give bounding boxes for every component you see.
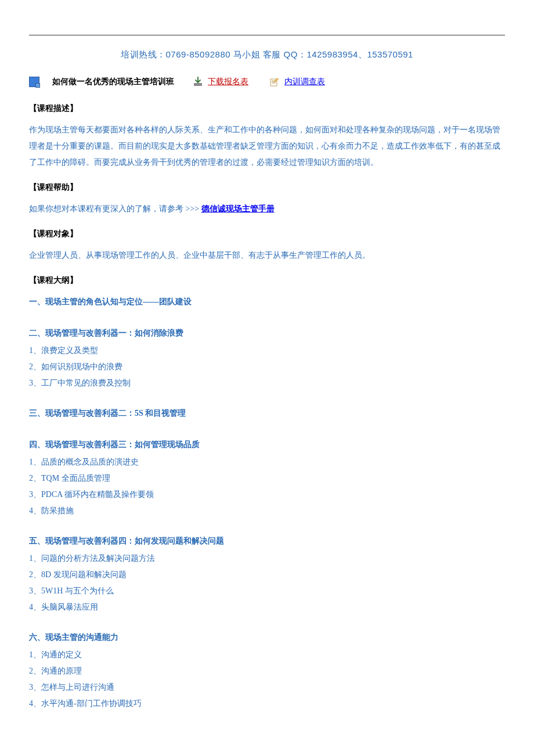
download-icon — [193, 77, 203, 87]
outline-s1-title: 一、现场主管的角色认知与定位——团队建设 — [29, 294, 505, 310]
section-head-description: 【课程描述】 — [29, 103, 505, 114]
internal-survey-link[interactable]: 内训调查表 — [284, 77, 325, 87]
outline-s6-item: 3、怎样与上司进行沟通 — [29, 679, 505, 696]
spacer-block — [29, 615, 505, 624]
download-registration-link[interactable]: 下载报名表 — [208, 77, 248, 87]
section-head-target: 【课程对象】 — [29, 229, 505, 239]
outline-s5-title: 五、现场管理与改善利器四：如何发现问题和解决问题 — [29, 533, 505, 549]
training-hotline: 培训热线：0769-85092880 马小姐 客服 QQ：1425983954、… — [29, 49, 505, 60]
outline-s4-item: 2、TQM 全面品质管理 — [29, 470, 505, 487]
outline-s6-item: 4、水平沟通-部门工作协调技巧 — [29, 696, 505, 712]
outline-s5-item: 3、5W1H 与五个为什么 — [29, 583, 505, 599]
outline-s4-title: 四、现场管理与改善利器三：如何管理现场品质 — [29, 437, 505, 453]
outline-s5-item: 1、问题的分析方法及解决问题方法 — [29, 550, 505, 567]
outline-s2-item: 2、如何识别现场中的浪费 — [29, 359, 505, 375]
outline-s4-item: 1、品质的概念及品质的演进史 — [29, 454, 505, 470]
course-title: 如何做一名优秀的现场主管培训班 — [52, 77, 174, 87]
outline-s6-title: 六、现场主管的沟通能力 — [29, 629, 505, 646]
outline-s2-item: 3、工厂中常见的浪费及控制 — [29, 375, 505, 391]
target-body: 企业管理人员、从事现场管理工作的人员、企业中基层干部、有志于从事生产管理工作的人… — [29, 247, 505, 264]
spacer-block — [29, 423, 505, 431]
help-prefix: 如果你想对本课程有更深入的了解，请参考 >>> — [29, 204, 201, 213]
outline-s4-item: 3、PDCA 循环内在精髓及操作要领 — [29, 487, 505, 503]
outline-s5-item: 2、8D 发现问题和解决问题 — [29, 567, 505, 583]
manual-link[interactable]: 德信诚现场主管手册 — [201, 204, 275, 213]
top-rule — [29, 35, 505, 35]
outline-s5-item: 4、头脑风暴法应用 — [29, 599, 505, 615]
section-head-outline: 【课程大纲】 — [29, 275, 505, 286]
page-layers-icon — [29, 77, 39, 87]
help-body: 如果你想对本课程有更深入的了解，请参考 >>> 德信诚现场主管手册 — [29, 201, 505, 217]
svg-rect-0 — [194, 83, 202, 86]
document-page: 培训热线：0769-85092880 马小姐 客服 QQ：1425983954、… — [0, 0, 534, 735]
title-row: 如何做一名优秀的现场主管培训班 下载报名表 内训调查表 — [29, 77, 505, 87]
outline-s6-item: 2、沟通的原理 — [29, 663, 505, 679]
outline-s4-item: 4、防呆措施 — [29, 503, 505, 519]
outline-s2-title: 二、现场管理与改善利器一：如何消除浪费 — [29, 325, 505, 341]
write-form-icon — [269, 77, 280, 87]
outline-s6-item: 1、沟通的定义 — [29, 647, 505, 663]
section-head-help: 【课程帮助】 — [29, 182, 505, 193]
spacer-block — [29, 391, 505, 399]
description-body: 作为现场主管每天都要面对各种各样的人际关系、生产和工作中的各种问题，如何面对和处… — [29, 122, 505, 171]
spacer-block — [29, 311, 505, 319]
outline-s2-item: 1、浪费定义及类型 — [29, 343, 505, 359]
spacer-block — [29, 519, 505, 527]
outline-s3-title: 三、现场管理与改善利器二：5S 和目视管理 — [29, 405, 505, 422]
